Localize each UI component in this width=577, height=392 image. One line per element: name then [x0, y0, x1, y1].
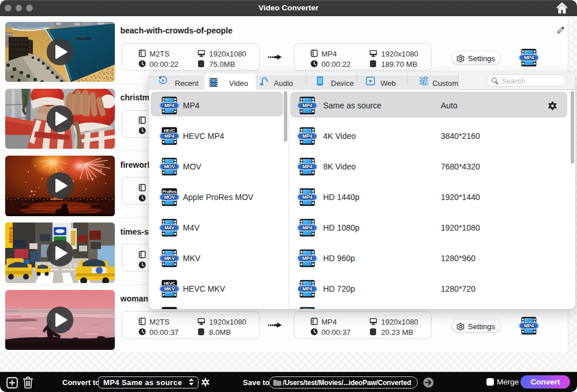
svg-text:MP4: MP4 — [302, 255, 312, 261]
svg-text:MP4: MP4 — [302, 164, 312, 169]
svg-text:MP4: MP4 — [164, 103, 174, 108]
svg-text:MP4: MP4 — [302, 286, 312, 292]
svg-text:MP4: MP4 — [524, 323, 534, 329]
svg-text:MP4: MP4 — [524, 55, 534, 61]
svg-text:MP4: MP4 — [302, 133, 312, 139]
svg-text:HEVC: HEVC — [164, 281, 175, 286]
svg-text:HEVC: HEVC — [164, 127, 175, 133]
svg-text:MOV: MOV — [164, 164, 175, 169]
svg-text:MKV: MKV — [164, 255, 175, 261]
svg-text:MP4: MP4 — [302, 225, 312, 231]
svg-text:MP4: MP4 — [164, 133, 174, 139]
svg-text:MP4: MP4 — [302, 194, 312, 200]
svg-text:MOV: MOV — [164, 194, 175, 200]
svg-text:4K: 4K — [167, 307, 173, 309]
svg-text:MKV: MKV — [164, 286, 175, 292]
svg-text:M4V: M4V — [164, 225, 174, 231]
svg-text:MP4: MP4 — [302, 103, 312, 108]
svg-text:ProRes: ProRes — [162, 189, 176, 194]
svg-text:Kodak: Kodak — [8, 227, 14, 243]
